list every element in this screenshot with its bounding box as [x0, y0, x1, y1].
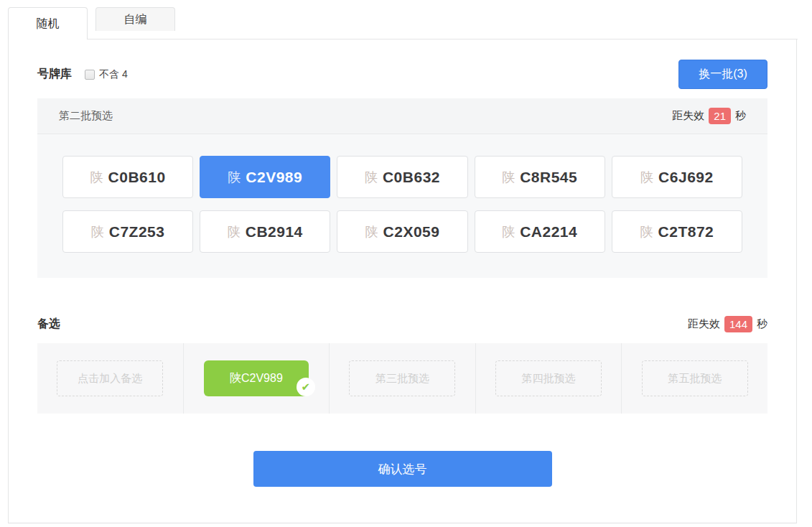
- exclude-4-filter[interactable]: 不含 4: [85, 68, 128, 81]
- plate-option-selected[interactable]: 陕 C2V989: [200, 156, 330, 198]
- alternatives-expiry: 距失效 144 秒: [688, 316, 767, 332]
- plate-option[interactable]: 陕 C6J692: [612, 156, 742, 198]
- alternative-slot-4: 第四批预选: [475, 343, 622, 414]
- batch-panel-header: 第二批预选 距失效 21 秒: [37, 98, 767, 134]
- plate-option[interactable]: 陕 CA2214: [475, 210, 605, 253]
- batch-panel: 第二批预选 距失效 21 秒 陕 C0B610 陕 C2V989 陕 C0B63…: [37, 98, 767, 278]
- alternative-slot-5: 第五批预选: [621, 343, 767, 414]
- tab-random[interactable]: 随机: [8, 7, 88, 39]
- plate-option[interactable]: 陕 CB2914: [200, 210, 330, 253]
- alternative-slot-1: 点击加入备选: [37, 343, 183, 414]
- exclude-4-label: 不含 4: [99, 68, 128, 81]
- alternative-slot-2: 陕C2V989 ✔: [183, 343, 330, 414]
- add-alternative-placeholder[interactable]: 点击加入备选: [57, 360, 163, 396]
- confirm-area: 确认选号: [37, 451, 767, 487]
- expiry-suffix: 秒: [735, 109, 746, 123]
- confirm-selection-button[interactable]: 确认选号: [253, 451, 552, 487]
- alternatives-header: 备选 距失效 144 秒: [37, 316, 767, 332]
- plate-option[interactable]: 陕 C0B610: [62, 156, 193, 198]
- expiry-countdown-badge: 21: [709, 108, 731, 124]
- exclude-4-checkbox[interactable]: [85, 70, 95, 80]
- check-icon: ✔: [297, 378, 315, 396]
- plate-option[interactable]: 陕 C2X059: [337, 210, 467, 253]
- tab-custom[interactable]: 自编: [95, 7, 175, 31]
- expiry-countdown-badge: 144: [724, 316, 752, 332]
- plate-grid: 陕 C0B610 陕 C2V989 陕 C0B632 陕 C8R545 陕 C6…: [37, 134, 767, 278]
- batch-5-placeholder: 第五批预选: [642, 360, 748, 396]
- plate-option[interactable]: 陕 C8R545: [475, 156, 605, 198]
- alternative-plate[interactable]: 陕C2V989 ✔: [204, 360, 309, 396]
- alternatives-strip: 点击加入备选 陕C2V989 ✔ 第三批预选 第四批预选 第五批预选: [37, 343, 767, 414]
- batch-3-placeholder: 第三批预选: [349, 360, 455, 396]
- library-title: 号牌库: [37, 67, 72, 82]
- plate-option[interactable]: 陕 C0B632: [337, 156, 467, 198]
- library-header: 号牌库 不含 4 换一批(3): [37, 60, 767, 89]
- plate-option[interactable]: 陕 C7Z253: [62, 210, 193, 253]
- expiry-prefix: 距失效: [688, 317, 720, 331]
- alternatives-title: 备选: [37, 317, 60, 332]
- batch-expiry: 距失效 21 秒: [672, 108, 746, 124]
- expiry-suffix: 秒: [757, 317, 767, 331]
- alternative-slot-3: 第三批预选: [329, 343, 475, 414]
- random-selection-panel: 号牌库 不含 4 换一批(3) 第二批预选 距失效 21 秒 陕 C0B610 …: [8, 39, 797, 523]
- refresh-batch-button[interactable]: 换一批(3): [678, 60, 767, 89]
- batch-title: 第二批预选: [59, 109, 113, 123]
- tab-bar: 随机 自编: [0, 0, 812, 39]
- plate-option[interactable]: 陕 C2T872: [612, 210, 742, 253]
- batch-4-placeholder: 第四批预选: [495, 360, 602, 396]
- expiry-prefix: 距失效: [672, 109, 704, 123]
